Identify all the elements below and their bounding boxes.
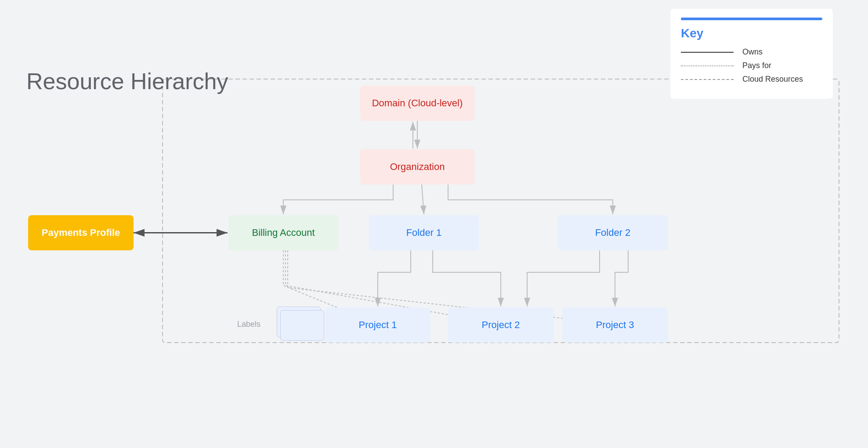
key-panel: Key Owns Pays for Cloud Resources: [670, 9, 833, 99]
key-cloud-label: Cloud Resources: [742, 75, 803, 84]
key-blue-bar: [681, 18, 822, 20]
key-row-owns: Owns: [681, 47, 822, 57]
key-owns-label: Owns: [742, 47, 763, 57]
organization-node: Organization: [360, 149, 474, 184]
domain-node: Domain (Cloud-level): [360, 86, 474, 121]
project3-node: Project 3: [562, 307, 668, 343]
labels-text: Labels: [237, 320, 260, 329]
svg-rect-3: [163, 79, 839, 343]
svg-line-6: [422, 184, 424, 214]
dotted-line-icon: [681, 65, 734, 66]
folder1-node: Folder 1: [369, 215, 479, 250]
folder2-node: Folder 2: [558, 215, 668, 250]
payments-profile-node: Payments Profile: [28, 215, 134, 250]
key-pays-label: Pays for: [742, 61, 771, 70]
labels-card-front: [280, 310, 324, 341]
dashed-line-icon: [681, 79, 734, 80]
key-row-cloud: Cloud Resources: [681, 75, 822, 84]
key-title: Key: [681, 26, 822, 40]
billing-account-node: Billing Account: [228, 215, 338, 250]
solid-line-icon: [681, 52, 734, 53]
page-title: Resource Hierarchy: [26, 68, 228, 94]
project1-node: Project 1: [325, 307, 430, 343]
project2-node: Project 2: [448, 307, 553, 343]
key-row-pays: Pays for: [681, 61, 822, 70]
